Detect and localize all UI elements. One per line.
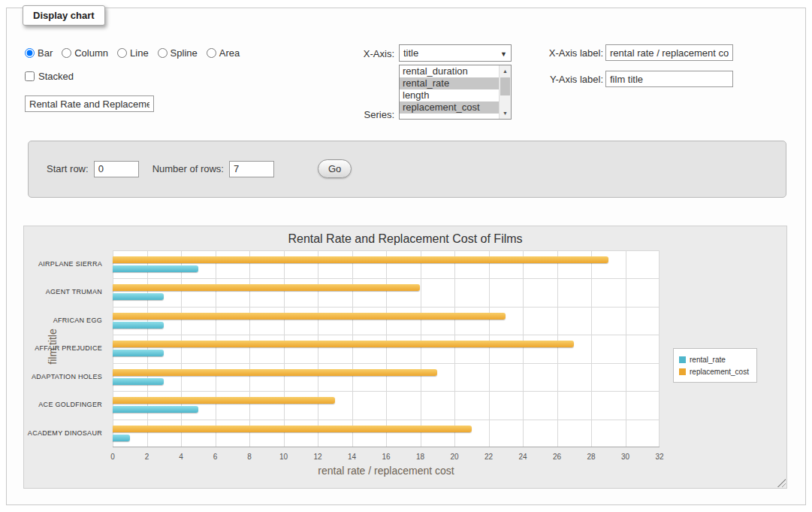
gridline-vertical bbox=[523, 250, 524, 447]
x-tick-label: 10 bbox=[279, 453, 288, 461]
bar-replacement_cost[interactable] bbox=[113, 426, 472, 432]
series-listbox[interactable]: rental_durationrental_ratelengthreplacem… bbox=[399, 65, 512, 120]
gridline-horizontal bbox=[113, 278, 660, 279]
stacked-option[interactable]: Stacked bbox=[25, 71, 74, 82]
bar-rental_rate[interactable] bbox=[113, 350, 164, 356]
bar-replacement_cost[interactable] bbox=[113, 341, 574, 347]
chart-type-option-column[interactable]: Column bbox=[62, 47, 108, 59]
gridline-horizontal bbox=[113, 391, 660, 392]
x-axis-select[interactable]: title ▼ bbox=[399, 44, 512, 62]
chart-type-radio-area[interactable] bbox=[207, 48, 216, 58]
gridline-vertical bbox=[113, 250, 113, 447]
resize-handle-icon[interactable] bbox=[776, 477, 786, 487]
display-chart-fieldset: Display chart BarColumnLineSplineArea St… bbox=[6, 8, 806, 505]
bar-rental_rate[interactable] bbox=[113, 265, 198, 272]
category-label: AGENT TRUMAN bbox=[24, 278, 107, 306]
y-axis-label-input[interactable] bbox=[605, 71, 733, 87]
category-label: AIRPLANE SIERRA bbox=[24, 250, 107, 278]
chart-type-radio-group: BarColumnLineSplineArea bbox=[25, 47, 240, 59]
bar-replacement_cost[interactable] bbox=[113, 313, 506, 320]
x-tick-label: 20 bbox=[450, 453, 458, 461]
series-option-rental_rate[interactable]: rental_rate bbox=[400, 77, 499, 89]
chart-type-radio-label: Spline bbox=[171, 47, 198, 59]
gridline-horizontal bbox=[113, 307, 660, 308]
chart-title: Rental Rate and Replacement Cost of Film… bbox=[24, 232, 786, 246]
chart-type-radio-spline[interactable] bbox=[158, 48, 168, 58]
legend-item-rental_rate[interactable]: rental_rate bbox=[679, 353, 749, 365]
gridline-vertical bbox=[454, 250, 455, 447]
chart-legend: rental_ratereplacement_cost bbox=[673, 348, 757, 383]
chart-type-option-spline[interactable]: Spline bbox=[158, 47, 198, 59]
x-axis-line bbox=[113, 447, 660, 447]
gridline-vertical bbox=[489, 250, 490, 447]
bar-replacement_cost[interactable] bbox=[113, 256, 608, 263]
category-label: AFRICAN EGG bbox=[24, 307, 107, 335]
series-option-replacement_cost[interactable]: replacement_cost bbox=[400, 101, 499, 114]
x-axis-title: rental rate / replacement cost bbox=[318, 465, 454, 477]
x-tick-label: 28 bbox=[587, 453, 595, 461]
chevron-down-icon: ▼ bbox=[500, 50, 507, 58]
bar-replacement_cost[interactable] bbox=[113, 284, 420, 291]
stacked-checkbox[interactable] bbox=[25, 71, 35, 81]
bar-rental_rate[interactable] bbox=[113, 435, 130, 441]
bar-rental_rate[interactable] bbox=[113, 406, 198, 413]
x-tick-label: 8 bbox=[247, 453, 252, 461]
x-tick-label: 26 bbox=[553, 453, 561, 461]
legend-item-replacement_cost[interactable]: replacement_cost bbox=[679, 365, 749, 377]
listbox-scrollbar[interactable]: ▲ ▼ bbox=[499, 65, 511, 119]
gridline-vertical bbox=[557, 250, 558, 447]
gridline-horizontal bbox=[113, 250, 660, 251]
chart-type-option-bar[interactable]: Bar bbox=[25, 47, 53, 59]
x-axis-label-caption: X-Axis label: bbox=[533, 47, 603, 59]
gridline-vertical bbox=[421, 250, 421, 447]
gridline-vertical bbox=[352, 250, 353, 447]
series-caption: Series: bbox=[322, 109, 394, 120]
gridline-vertical bbox=[591, 250, 592, 447]
start-row-caption: Start row: bbox=[47, 163, 89, 174]
series-option-rental_duration[interactable]: rental_duration bbox=[400, 65, 499, 77]
num-rows-input[interactable] bbox=[229, 161, 274, 177]
chart-type-option-line[interactable]: Line bbox=[117, 47, 149, 59]
chart-type-radio-label: Line bbox=[130, 47, 149, 59]
go-button[interactable]: Go bbox=[318, 159, 352, 178]
x-tick-label: 22 bbox=[484, 453, 493, 461]
gridline-vertical bbox=[181, 250, 182, 447]
x-tick-label: 14 bbox=[348, 453, 356, 461]
stacked-label: Stacked bbox=[38, 71, 74, 82]
x-axis-label-input[interactable] bbox=[605, 44, 733, 61]
bar-rental_rate[interactable] bbox=[113, 322, 164, 329]
start-row-input[interactable] bbox=[94, 161, 139, 177]
chart-type-option-area[interactable]: Area bbox=[207, 47, 240, 59]
gridline-vertical bbox=[318, 250, 318, 447]
category-label: AFFAIR PREJUDICE bbox=[24, 335, 107, 362]
x-axis-select-caption: X-Axis: bbox=[322, 48, 394, 59]
bar-replacement_cost[interactable] bbox=[113, 369, 437, 376]
x-tick-label: 6 bbox=[213, 453, 218, 461]
y-axis-label-caption: Y-Axis label: bbox=[533, 74, 603, 85]
chart-title-input[interactable] bbox=[25, 95, 154, 112]
bar-rental_rate[interactable] bbox=[113, 293, 164, 300]
bar-replacement_cost[interactable] bbox=[113, 397, 335, 404]
x-axis-select-value: title bbox=[403, 47, 418, 59]
scrollbar-down-icon[interactable]: ▼ bbox=[500, 108, 511, 119]
x-tick-label: 0 bbox=[110, 453, 115, 461]
x-tick-label: 4 bbox=[179, 453, 183, 461]
chart-type-radio-column[interactable] bbox=[62, 48, 71, 58]
x-tick-label: 32 bbox=[655, 453, 663, 461]
series-option-length[interactable]: length bbox=[400, 89, 499, 101]
gridline-horizontal bbox=[113, 420, 660, 420]
gridline-vertical bbox=[626, 250, 626, 447]
category-label: ADAPTATION HOLES bbox=[24, 363, 107, 391]
gridline-vertical bbox=[386, 250, 387, 447]
bar-rental_rate[interactable] bbox=[113, 378, 164, 385]
row-range-controls: Start row: Number of rows: Go bbox=[47, 159, 352, 178]
x-tick-label: 12 bbox=[313, 453, 321, 461]
gridline-vertical bbox=[659, 250, 660, 447]
scrollbar-up-icon[interactable]: ▲ bbox=[500, 65, 511, 77]
scrollbar-thumb[interactable] bbox=[500, 77, 510, 95]
gridline-vertical bbox=[249, 250, 250, 447]
chart-container: Rental Rate and Replacement Cost of Film… bbox=[23, 226, 787, 489]
chart-type-radio-bar[interactable] bbox=[25, 48, 35, 58]
legend-label: replacement_cost bbox=[690, 368, 749, 376]
chart-type-radio-line[interactable] bbox=[117, 48, 127, 58]
